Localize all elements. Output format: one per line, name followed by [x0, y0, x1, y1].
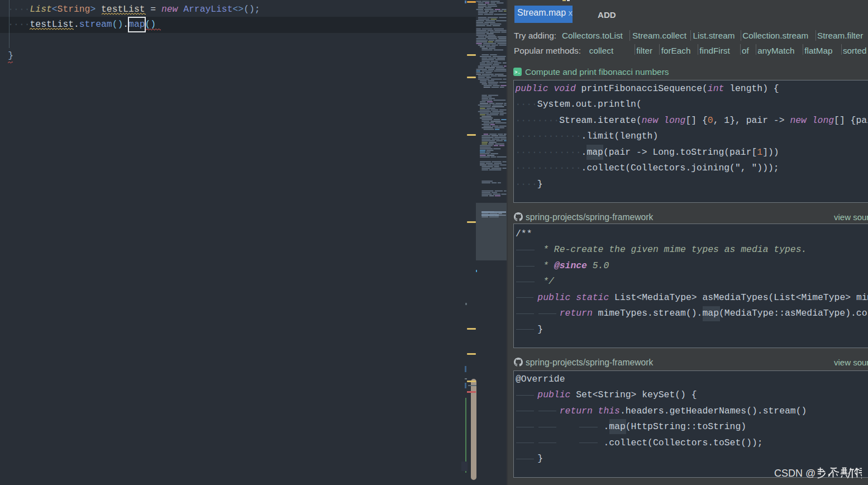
svg-text:>.: >.	[514, 69, 521, 75]
